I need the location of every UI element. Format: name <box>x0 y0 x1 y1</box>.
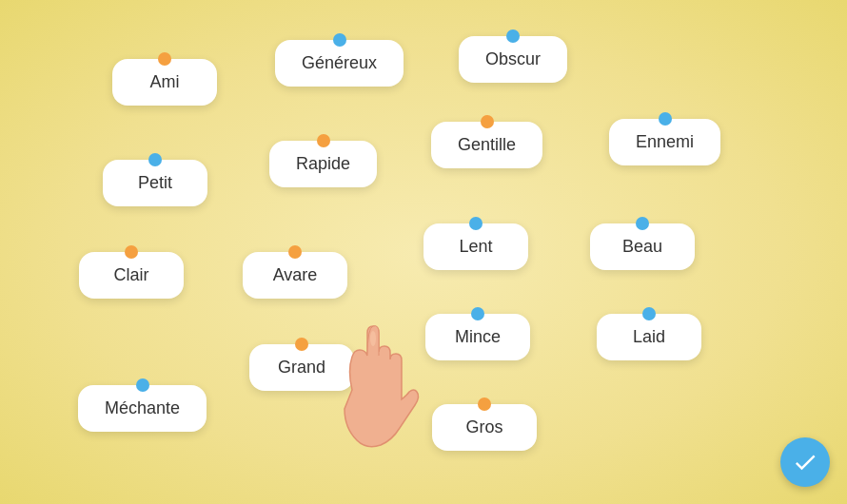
word-label-rapide: Rapide <box>296 154 350 174</box>
word-card-mechante[interactable]: Méchante <box>78 385 207 432</box>
word-label-ennemi: Ennemi <box>636 132 694 152</box>
svg-point-0 <box>370 331 376 346</box>
word-card-petit[interactable]: Petit <box>103 160 207 206</box>
dot-ennemi <box>659 112 672 126</box>
word-card-mince[interactable]: Mince <box>425 314 530 360</box>
word-card-obscur[interactable]: Obscur <box>459 36 567 83</box>
word-label-avare: Avare <box>273 265 318 285</box>
word-label-obscur: Obscur <box>485 49 541 69</box>
dot-mince <box>471 307 484 320</box>
dot-rapide <box>317 134 330 147</box>
word-card-clair[interactable]: Clair <box>79 252 184 299</box>
word-card-avare[interactable]: Avare <box>243 252 347 299</box>
word-label-ami: Ami <box>150 72 180 92</box>
word-card-beau[interactable]: Beau <box>590 223 695 270</box>
dot-avare <box>288 245 302 259</box>
word-label-gentille: Gentille <box>458 135 516 155</box>
word-card-ennemi[interactable]: Ennemi <box>609 119 720 165</box>
check-button[interactable] <box>780 437 830 487</box>
word-label-petit: Petit <box>138 173 172 193</box>
word-label-lent: Lent <box>459 237 492 257</box>
dot-gentille <box>481 115 494 128</box>
hand-cursor <box>324 314 438 466</box>
word-label-gros: Gros <box>465 417 502 437</box>
dot-ami <box>158 52 171 66</box>
word-card-ami[interactable]: Ami <box>112 59 217 106</box>
dot-lent <box>469 217 483 230</box>
dot-laid <box>642 307 656 320</box>
dot-petit <box>148 153 162 166</box>
dot-clair <box>125 245 138 259</box>
word-label-laid: Laid <box>633 327 665 347</box>
word-card-genereux[interactable]: Généreux <box>275 40 404 87</box>
word-label-grand: Grand <box>278 358 325 378</box>
dot-grand <box>295 338 308 351</box>
word-card-lent[interactable]: Lent <box>424 223 528 270</box>
word-card-rapide[interactable]: Rapide <box>269 141 377 187</box>
word-card-gros[interactable]: Gros <box>432 404 537 451</box>
word-label-beau: Beau <box>622 237 662 257</box>
word-label-clair: Clair <box>113 265 148 285</box>
word-card-laid[interactable]: Laid <box>597 314 701 360</box>
word-label-mechante: Méchante <box>105 398 180 418</box>
dot-beau <box>636 217 649 230</box>
dot-mechante <box>136 378 149 392</box>
dot-genereux <box>333 33 346 47</box>
dot-gros <box>478 397 491 411</box>
dot-obscur <box>506 29 520 43</box>
word-card-gentille[interactable]: Gentille <box>431 122 542 168</box>
word-label-genereux: Généreux <box>302 53 377 73</box>
word-label-mince: Mince <box>455 327 501 347</box>
